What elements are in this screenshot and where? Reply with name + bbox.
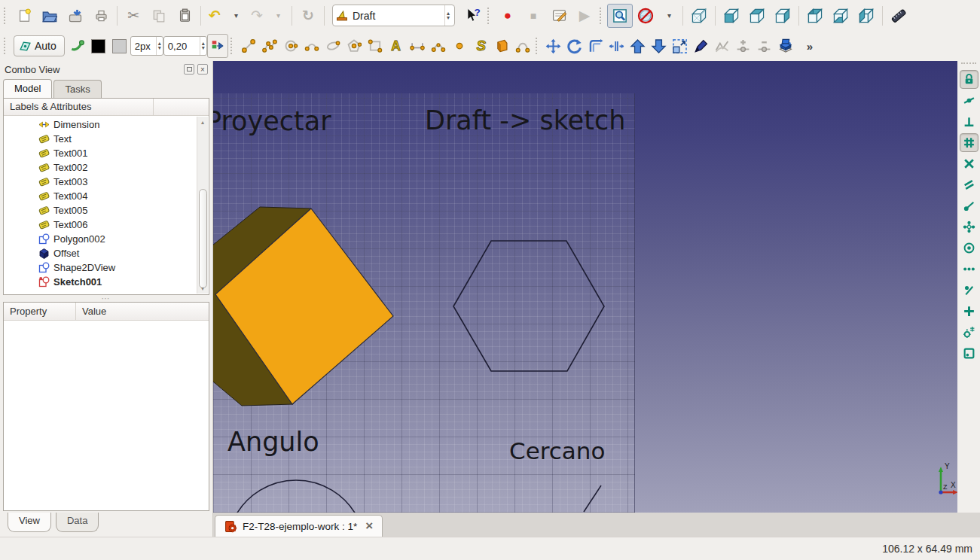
snap-lock-button[interactable] bbox=[960, 70, 978, 89]
apply-style-button[interactable] bbox=[207, 34, 228, 58]
3d-viewport[interactable]: Y X Z Proyectar Draft -> sketch Angulo C… bbox=[213, 61, 957, 513]
draft-bspline-button[interactable] bbox=[428, 34, 449, 58]
snap-extension-button[interactable] bbox=[960, 302, 978, 321]
view-axonometric-button[interactable] bbox=[686, 4, 712, 28]
draft-circle-button[interactable] bbox=[280, 34, 301, 58]
draft-polygon-button[interactable] bbox=[343, 34, 365, 58]
construction-mode-button[interactable] bbox=[67, 34, 88, 58]
tree-item-text006[interactable]: Text006 bbox=[4, 218, 209, 232]
snap-endpoint-button[interactable] bbox=[960, 196, 978, 215]
view-front-button[interactable] bbox=[719, 4, 744, 28]
macro-record-button[interactable]: ● bbox=[495, 4, 521, 28]
print-button[interactable] bbox=[88, 4, 114, 28]
tree-item-sketch001[interactable]: Sketch001 bbox=[4, 275, 209, 289]
snap-grid-button[interactable] bbox=[960, 133, 978, 152]
draft-line-button[interactable] bbox=[238, 34, 259, 58]
draft-bezier-button[interactable] bbox=[512, 34, 533, 58]
face-color-swatch[interactable] bbox=[109, 34, 130, 58]
measure-distance-button[interactable] bbox=[886, 4, 911, 28]
toolbar-grip[interactable] bbox=[4, 38, 9, 54]
tab-model[interactable]: Model bbox=[3, 79, 52, 98]
snap-parallel-button[interactable] bbox=[960, 175, 978, 194]
tree-item-polygon002[interactable]: Polygon002 bbox=[4, 232, 209, 246]
workbench-selector[interactable]: Draft ▴▾ bbox=[332, 5, 455, 26]
view-rear-button[interactable] bbox=[802, 4, 828, 28]
draft-scale-button[interactable] bbox=[670, 34, 691, 58]
snap-perpendicular-button[interactable] bbox=[960, 112, 978, 131]
redo-button[interactable]: ↷ bbox=[246, 4, 267, 28]
toolbar-overflow-button[interactable]: » bbox=[807, 41, 813, 52]
draft-facebinder-button[interactable] bbox=[491, 34, 512, 58]
draft-shapestring-button[interactable]: S bbox=[470, 34, 491, 58]
tab-data[interactable]: Data bbox=[56, 513, 99, 532]
document-close-icon[interactable]: × bbox=[365, 519, 373, 534]
toolbar-grip[interactable] bbox=[4, 8, 9, 24]
paste-button[interactable] bbox=[172, 4, 197, 28]
tree-item-offset[interactable]: Offset bbox=[4, 246, 209, 260]
draft-wire-button[interactable] bbox=[259, 34, 280, 58]
snap-ortho-button[interactable] bbox=[960, 260, 978, 278]
property-column-header[interactable]: Property bbox=[4, 303, 76, 320]
line-width-spinbox[interactable]: 2px ▴▾ bbox=[130, 36, 163, 56]
new-file-button[interactable] bbox=[11, 4, 37, 28]
whats-this-button[interactable]: ? bbox=[459, 4, 485, 28]
tree-item-text001[interactable]: Text001 bbox=[4, 146, 209, 160]
draft-add-point-button[interactable] bbox=[733, 34, 754, 58]
scroll-down-icon[interactable]: ▾ bbox=[197, 283, 208, 294]
draft-dimension-button[interactable] bbox=[407, 34, 428, 58]
macro-edit-button[interactable] bbox=[546, 4, 572, 28]
view-bottom-button[interactable] bbox=[828, 4, 853, 28]
macro-stop-button[interactable]: ■ bbox=[521, 4, 546, 28]
copy-button[interactable] bbox=[146, 4, 172, 28]
draft-delete-point-button[interactable] bbox=[754, 34, 775, 58]
undo-button[interactable]: ↶ bbox=[204, 4, 225, 28]
tab-view[interactable]: View bbox=[8, 513, 51, 532]
tree-item-dimension[interactable]: Dimension bbox=[4, 117, 209, 132]
cut-button[interactable]: ✂ bbox=[121, 4, 146, 28]
clipping-dropdown[interactable]: ▾ bbox=[658, 4, 679, 28]
working-plane-button[interactable]: Auto bbox=[14, 35, 65, 56]
draft-point-button[interactable] bbox=[449, 34, 470, 58]
annotation-angulo[interactable]: Angulo bbox=[227, 427, 319, 457]
draft-wire-to-bspline-button[interactable] bbox=[712, 34, 733, 58]
snap-midpoint-button[interactable] bbox=[960, 91, 978, 110]
value-column-header[interactable]: Value bbox=[76, 303, 112, 320]
draw-style-button[interactable] bbox=[607, 4, 633, 28]
draft-to-sketch-button[interactable] bbox=[775, 34, 796, 58]
annotation-proyectar[interactable]: Proyectar bbox=[213, 106, 331, 136]
scroll-up-icon[interactable]: ▴ bbox=[197, 117, 208, 127]
document-tab[interactable]: F2-T28-ejemplo-work : 1* × bbox=[215, 515, 383, 537]
toolbar-grip[interactable] bbox=[961, 62, 976, 67]
macro-play-button[interactable]: ▶ bbox=[572, 4, 597, 28]
open-file-button[interactable] bbox=[37, 4, 63, 28]
draft-upgrade-button[interactable] bbox=[627, 34, 649, 58]
draft-text-button[interactable]: A bbox=[386, 34, 407, 58]
snap-intersection-button[interactable] bbox=[960, 154, 978, 173]
line-color-swatch[interactable] bbox=[88, 34, 109, 58]
workbench-spinner[interactable]: ▴▾ bbox=[444, 5, 451, 26]
tree-item-text004[interactable]: Text004 bbox=[4, 189, 209, 203]
draft-trimex-button[interactable] bbox=[606, 34, 627, 58]
near-line[interactable] bbox=[584, 485, 601, 512]
draft-offset-button[interactable] bbox=[585, 34, 606, 58]
draft-move-button[interactable] bbox=[543, 34, 564, 58]
annotation-cercano[interactable]: Cercano bbox=[509, 437, 605, 464]
tree-item-text[interactable]: Text bbox=[4, 132, 209, 146]
float-panel-button[interactable] bbox=[184, 64, 194, 75]
tree-scrollbar[interactable]: ▴ ▾ bbox=[197, 117, 208, 294]
text-size-spinbox[interactable]: 0,20 ▴▾ bbox=[163, 36, 207, 56]
undo-dropdown[interactable]: ▾ bbox=[225, 4, 246, 28]
clipping-plane-button[interactable] bbox=[633, 4, 658, 28]
draft-downgrade-button[interactable] bbox=[649, 34, 670, 58]
scrollbar-thumb[interactable] bbox=[199, 189, 207, 288]
view-right-button[interactable] bbox=[770, 4, 795, 28]
draft-ellipse-button[interactable] bbox=[322, 34, 343, 58]
tab-tasks[interactable]: Tasks bbox=[53, 80, 101, 98]
draft-arc-button[interactable] bbox=[301, 34, 322, 58]
snap-center-button[interactable] bbox=[960, 239, 978, 257]
tree-item-text003[interactable]: Text003 bbox=[4, 175, 209, 189]
draft-edit-button[interactable] bbox=[691, 34, 712, 58]
annotation-draft-sketch[interactable]: Draft -> sketch bbox=[425, 105, 625, 135]
angle-arc[interactable] bbox=[237, 480, 356, 513]
refresh-button[interactable]: ↻ bbox=[295, 4, 321, 28]
